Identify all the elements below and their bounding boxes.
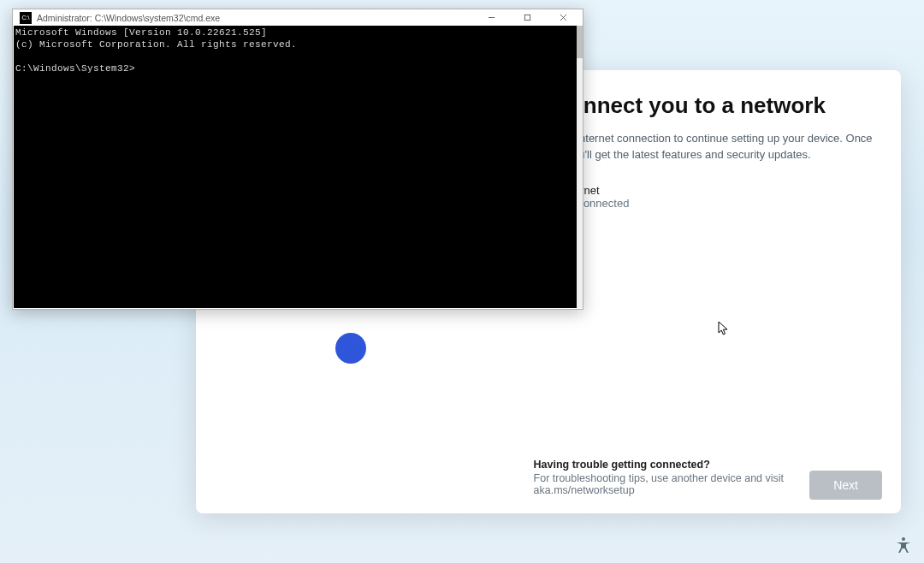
maximize-button[interactable]	[509, 9, 545, 26]
cmd-titlebar[interactable]: C:\ Administrator: C:\Windows\system32\c…	[13, 9, 583, 26]
minimize-button[interactable]	[473, 9, 509, 26]
cmd-line-2: (c) Microsoft Corporation. All rights re…	[15, 39, 297, 50]
cmd-app-icon: C:\	[20, 12, 32, 24]
cmd-body[interactable]: Microsoft Windows [Version 10.0.22621.52…	[14, 26, 577, 308]
close-button[interactable]	[545, 9, 581, 26]
cmd-scrollbar[interactable]	[577, 26, 583, 308]
next-button[interactable]: Next	[809, 471, 882, 500]
cmd-window: C:\ Administrator: C:\Windows\system32\c…	[12, 9, 583, 310]
svg-point-1	[902, 537, 905, 541]
cmd-prompt: C:\Windows\System32>	[15, 63, 135, 74]
accessibility-icon[interactable]	[893, 536, 914, 556]
cmd-title-text: Administrator: C:\Windows\system32\cmd.e…	[37, 13, 473, 23]
cmd-line-1: Microsoft Windows [Version 10.0.22621.52…	[15, 27, 267, 38]
oobe-title: 's connect you to a network	[534, 92, 874, 119]
svg-rect-3	[524, 15, 530, 20]
cmd-scroll-thumb[interactable]	[577, 26, 583, 58]
oobe-description: need an internet connection to continue …	[534, 131, 874, 163]
network-item-ethernet[interactable]: Ethernet Not connected	[534, 184, 874, 210]
help-heading: Having trouble getting connected?	[534, 459, 874, 471]
